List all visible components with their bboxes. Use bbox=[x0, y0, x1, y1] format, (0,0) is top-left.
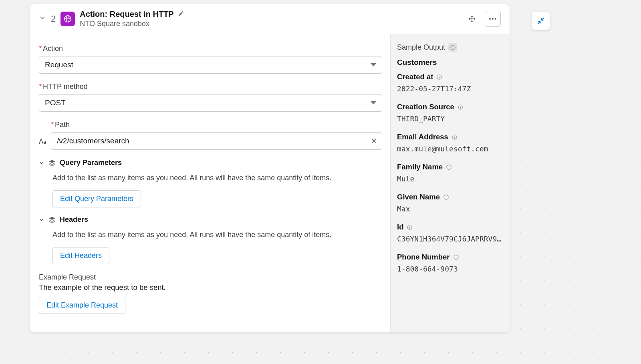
info-icon[interactable] bbox=[452, 134, 458, 140]
info-icon[interactable] bbox=[458, 104, 464, 110]
output-field-label: Creation Source bbox=[397, 103, 454, 111]
headers-toggle[interactable]: Headers bbox=[39, 215, 382, 224]
sample-output-panel: Sample Output Customers Created at 2022-… bbox=[390, 34, 510, 332]
info-icon[interactable] bbox=[443, 194, 449, 200]
collapse-panel-button[interactable] bbox=[532, 12, 550, 30]
move-button[interactable] bbox=[464, 11, 480, 27]
headers-desc: Add to the list as many items as you nee… bbox=[52, 229, 382, 240]
output-field: Created at 2022-05-27T17:47Z bbox=[397, 72, 503, 93]
query-params-desc: Add to the list as many items as you nee… bbox=[52, 173, 382, 183]
svg-point-15 bbox=[460, 106, 461, 106]
layers-icon bbox=[48, 216, 56, 223]
output-field: Id C36YN1H364V79CJ6JAPRRV9F… bbox=[397, 223, 503, 243]
step-number: 2 bbox=[51, 14, 56, 24]
svg-marker-6 bbox=[49, 217, 55, 220]
edit-query-params-button[interactable]: Edit Query Parameters bbox=[52, 190, 141, 207]
edit-title-button[interactable] bbox=[178, 10, 184, 18]
svg-point-12 bbox=[439, 76, 440, 76]
form-panel: *Action Request *HTTP method POST Aa *Pa… bbox=[30, 34, 390, 332]
example-request-label: Example Request bbox=[39, 273, 382, 282]
svg-point-18 bbox=[454, 136, 455, 136]
card-subtitle: NTO Square sandbox bbox=[80, 20, 184, 28]
path-input[interactable]: /v2/customers/search ✕ bbox=[51, 132, 382, 150]
output-field: Creation Source THIRD_PARTY bbox=[397, 103, 503, 123]
chevron-down-icon bbox=[371, 63, 376, 66]
query-params-toggle[interactable]: Query Parameters bbox=[39, 159, 382, 167]
action-card: 2 Action: Request in HTTP NTO Square san… bbox=[30, 4, 510, 332]
svg-point-9 bbox=[453, 46, 453, 46]
card-title: Action: Request in HTTP bbox=[80, 10, 173, 19]
http-globe-icon bbox=[60, 12, 75, 26]
output-field: Family Name Mule bbox=[397, 163, 503, 183]
output-field-label: Given Name bbox=[397, 193, 440, 201]
clear-input-button[interactable]: ✕ bbox=[371, 137, 377, 145]
info-icon[interactable] bbox=[436, 74, 442, 80]
svg-point-24 bbox=[446, 196, 446, 196]
info-icon[interactable] bbox=[446, 164, 452, 170]
output-field-value: C36YN1H364V79CJ6JAPRRV9F… bbox=[397, 235, 503, 243]
output-field-label: Created at bbox=[397, 72, 433, 81]
http-method-select[interactable]: POST bbox=[39, 94, 382, 112]
more-options-button[interactable] bbox=[485, 11, 501, 27]
example-request-desc: The example of the request to be sent. bbox=[39, 283, 382, 292]
sample-output-title: Sample Output bbox=[397, 43, 445, 52]
output-field-value: 1-800-664-9073 bbox=[397, 265, 503, 273]
output-field-value: max.mule@mulesoft.com bbox=[397, 145, 503, 153]
svg-point-30 bbox=[456, 256, 456, 256]
http-method-label: *HTTP method bbox=[39, 82, 382, 91]
action-label: *Action bbox=[39, 44, 382, 53]
output-field: Given Name Max bbox=[397, 193, 503, 213]
edit-example-request-button[interactable]: Edit Example Request bbox=[39, 297, 125, 314]
expand-toggle[interactable] bbox=[39, 14, 46, 23]
headers-title: Headers bbox=[60, 215, 88, 224]
info-icon[interactable] bbox=[448, 43, 457, 52]
output-field: Phone Number 1-800-664-9073 bbox=[397, 253, 503, 273]
output-field-label: Email Address bbox=[397, 133, 448, 141]
output-field-label: Phone Number bbox=[397, 253, 450, 261]
text-mode-toggle[interactable]: Aa bbox=[39, 138, 46, 150]
info-icon[interactable] bbox=[453, 254, 459, 260]
output-field-value: THIRD_PARTY bbox=[397, 115, 503, 123]
output-group-customers: Customers bbox=[397, 58, 503, 67]
chevron-down-icon bbox=[371, 101, 376, 105]
output-field-value: Mule bbox=[397, 175, 503, 183]
output-field-value: 2022-05-27T17:47Z bbox=[397, 84, 503, 93]
output-field: Email Address max.mule@mulesoft.com bbox=[397, 133, 503, 153]
output-field-label: Id bbox=[397, 223, 403, 231]
query-params-title: Query Parameters bbox=[60, 159, 122, 167]
layers-icon bbox=[48, 159, 56, 167]
card-header: 2 Action: Request in HTTP NTO Square san… bbox=[30, 4, 510, 34]
edit-headers-button[interactable]: Edit Headers bbox=[52, 247, 109, 264]
svg-marker-5 bbox=[49, 160, 55, 163]
path-label: *Path bbox=[51, 121, 382, 129]
svg-point-21 bbox=[449, 166, 449, 166]
output-field-value: Max bbox=[397, 205, 503, 213]
action-select[interactable]: Request bbox=[39, 56, 382, 74]
svg-point-27 bbox=[410, 226, 410, 226]
info-icon[interactable] bbox=[407, 224, 413, 230]
output-field-label: Family Name bbox=[397, 163, 443, 171]
